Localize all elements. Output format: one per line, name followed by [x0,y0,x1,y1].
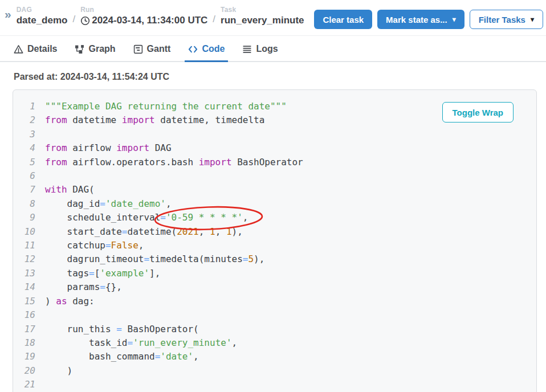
code-lines: 1"""Example DAG returning the current da… [13,100,536,392]
run-value[interactable]: 2024-03-14, 11:34:00 UTC [80,15,207,26]
tab-gantt[interactable]: Gantt [130,44,174,62]
tab-details-label: Details [27,44,57,54]
code-line: 20 ) [13,364,536,378]
clear-task-label: Clear task [323,15,364,24]
line-number: 5 [13,156,35,169]
run-label: Run [80,6,207,14]
code-text: schedule_interval='0-59 * * * *', [45,211,248,224]
code-icon [188,44,198,54]
code-line: 19 bash_command='date', [13,350,536,364]
tab-logs-label: Logs [256,44,278,54]
code-text: start_date=datetime(2021, 1, 1), [45,225,243,239]
clear-task-button[interactable]: Clear task [314,10,372,29]
logs-icon [242,44,252,54]
mark-state-button[interactable]: Mark state as... ▾ [377,10,464,29]
filter-tasks-label: Filter Tasks [479,15,525,24]
caret-down-icon: ▾ [531,16,534,23]
line-number: 6 [13,169,35,183]
line-number: 4 [13,141,35,155]
code-line: 4from airflow import DAG [13,141,536,155]
line-number: 20 [13,364,35,378]
line-number: 14 [13,280,35,294]
code-text: tags=['example'], [45,267,160,280]
header: » DAG date_demo / Run 2024-03-14, 11:34:… [0,0,546,36]
double-chevron-icon[interactable]: » [5,8,11,20]
dag-name[interactable]: date_demo [17,15,68,26]
tab-details[interactable]: Details [10,44,60,62]
line-number: 18 [13,336,35,350]
caret-down-icon: ▾ [453,16,456,23]
code-text: from datetime import datetime, timedelta [45,113,264,127]
breadcrumb-separator: / [213,14,215,26]
code-line: 9 schedule_interval='0-59 * * * *', [13,211,536,224]
code-text: dag_id='date_demo', [45,197,172,211]
code-line: 14 params={}, [13,280,536,294]
tab-code-label: Code [202,44,225,54]
code-line: 17 run_this = BashOperator( [13,322,536,336]
code-line: 11 catchup=False, [13,239,536,252]
clock-icon [80,16,90,26]
line-number: 10 [13,225,35,239]
line-number: 8 [13,197,35,211]
code-line: 3 [13,128,536,141]
line-number: 11 [13,239,35,252]
code-line: 10 start_date=datetime(2021, 1, 1), [13,225,536,239]
breadcrumb-separator: / [72,14,75,26]
tab-graph[interactable]: Graph [71,44,119,62]
line-number: 1 [13,100,35,113]
breadcrumb-run: Run 2024-03-14, 11:34:00 UTC [80,6,207,26]
dag-label: DAG [17,6,68,14]
breadcrumb: » DAG date_demo / Run 2024-03-14, 11:34:… [5,6,304,26]
line-number: 16 [13,308,35,322]
line-number: 13 [13,267,35,280]
code-text: task_id='run_every_minute', [45,336,237,350]
code-line: 15) as dag: [13,295,536,308]
code-text: with DAG( [45,183,95,197]
code-line: 12 dagrun_timeout=timedelta(minutes=5), [13,252,536,266]
filter-tasks-button[interactable]: Filter Tasks ▾ [470,10,543,29]
toggle-wrap-button[interactable]: Toggle Wrap [442,102,514,122]
code-text: params={}, [45,280,122,294]
code-line: 5from airflow.operators.bash import Bash… [13,156,536,169]
code-line: 21 [13,378,536,391]
code-text: dagrun_timeout=timedelta(minutes=5), [45,252,264,266]
code-text: catchup=False, [45,239,144,252]
tab-logs[interactable]: Logs [239,44,281,62]
code-text: """Example DAG returning the current dat… [45,100,287,113]
gantt-icon [133,44,143,54]
code-line: 13 tags=['example'], [13,267,536,280]
parsed-at-text: Parsed at: 2024-03-14, 11:54:24 UTC [14,72,546,82]
breadcrumb-dag: DAG date_demo [17,6,68,26]
breadcrumb-task: Task run_every_minute [221,6,304,26]
task-label: Task [221,6,304,14]
graph-icon [75,44,84,54]
code-text: ) as dag: [45,295,95,308]
tab-bar: Details Graph Gantt Code [0,44,546,62]
line-number: 17 [13,322,35,336]
line-number: 7 [13,183,35,197]
mark-state-label: Mark state as... [386,15,447,24]
line-number: 2 [13,113,35,127]
code-text: ) [45,364,72,378]
line-number: 21 [13,378,35,391]
code-text: from airflow.operators.bash import BashO… [45,156,303,169]
code-line: 16 [13,308,536,322]
line-number: 3 [13,128,35,141]
line-number: 19 [13,350,35,364]
line-number: 9 [13,211,35,224]
line-number: 15 [13,295,35,308]
code-text: run_this = BashOperator( [45,322,199,336]
code-line: 7with DAG( [13,183,536,197]
code-text: bash_command='date', [45,350,199,364]
line-number: 12 [13,252,35,266]
header-actions: Clear task Mark state as... ▾ Filter Tas… [314,6,543,29]
tab-gantt-label: Gantt [147,44,171,54]
task-name[interactable]: run_every_minute [221,15,304,26]
run-timestamp: 2024-03-14, 11:34:00 UTC [92,15,207,26]
tab-graph-label: Graph [88,44,115,54]
tab-code[interactable]: Code [185,44,228,62]
code-line: 6 [13,169,536,183]
code-line: 8 dag_id='date_demo', [13,197,536,211]
code-panel: 1"""Example DAG returning the current da… [13,89,537,392]
details-icon [14,44,23,54]
